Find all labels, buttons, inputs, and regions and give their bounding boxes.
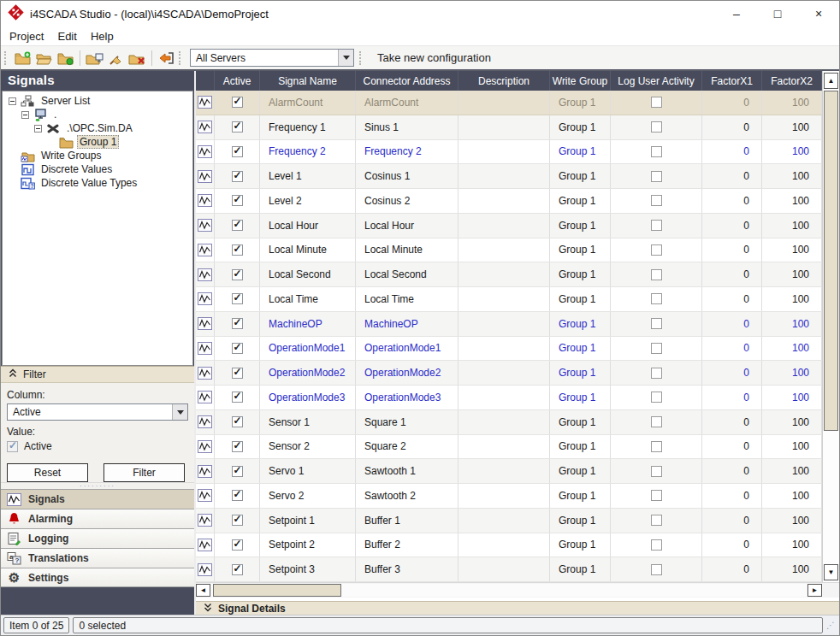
active-checkbox[interactable] bbox=[232, 318, 243, 329]
filter-active-checkbox[interactable] bbox=[7, 441, 18, 452]
table-row[interactable]: Level 1Cosinus 1Group 10100 bbox=[196, 164, 822, 189]
panel-splitter-handle[interactable]: ········· bbox=[1, 482, 194, 489]
active-checkbox[interactable] bbox=[232, 416, 243, 427]
log-user-activity-checkbox[interactable] bbox=[651, 515, 662, 526]
nav-item-logging[interactable]: Logging bbox=[1, 528, 194, 548]
tree-node-write-groups[interactable]: Write Groups bbox=[6, 149, 192, 162]
log-user-activity-checkbox[interactable] bbox=[651, 269, 662, 280]
reset-button[interactable]: Reset bbox=[7, 463, 88, 482]
clean-button[interactable] bbox=[105, 48, 127, 68]
tree-node-label[interactable]: Write Groups bbox=[38, 149, 104, 162]
filter-column-combobox[interactable]: Active bbox=[7, 403, 188, 421]
filter-button[interactable]: Filter bbox=[104, 463, 185, 482]
log-user-activity-checkbox[interactable] bbox=[651, 392, 662, 403]
log-user-activity-checkbox[interactable] bbox=[651, 171, 662, 182]
active-checkbox[interactable] bbox=[232, 343, 243, 354]
menu-item-project[interactable]: Project bbox=[3, 28, 50, 44]
tree-node-label[interactable]: . bbox=[51, 108, 59, 121]
log-user-activity-checkbox[interactable] bbox=[651, 441, 662, 452]
table-row[interactable]: Local HourLocal HourGroup 10100 bbox=[196, 214, 822, 238]
nav-item-translations[interactable]: a?Translations bbox=[1, 548, 194, 568]
column-header-write-group[interactable]: Write Group bbox=[550, 71, 611, 91]
tree-expander[interactable] bbox=[34, 125, 42, 132]
log-user-activity-checkbox[interactable] bbox=[651, 368, 662, 379]
filter-column-dropdown-button[interactable] bbox=[172, 404, 187, 420]
log-user-activity-checkbox[interactable] bbox=[651, 195, 662, 206]
scroll-up-button[interactable]: ▲ bbox=[824, 73, 838, 89]
toolbar-grip[interactable] bbox=[359, 51, 364, 65]
horizontal-scrollbar[interactable]: ◄ ► bbox=[196, 582, 839, 598]
tree-expander[interactable] bbox=[21, 111, 29, 119]
remove-button[interactable] bbox=[127, 48, 148, 68]
column-header-log-user-activity[interactable]: Log User Activity bbox=[611, 71, 702, 91]
scroll-down-button[interactable]: ▼ bbox=[824, 564, 838, 580]
table-row[interactable]: OperationMode1OperationMode1Group 10100 bbox=[196, 337, 822, 362]
tree-node-discrete-value-types[interactable]: ?Discrete Value Types bbox=[6, 176, 192, 190]
tree-node-group-1[interactable]: Group 1 bbox=[6, 135, 192, 149]
active-checkbox[interactable] bbox=[232, 146, 243, 157]
table-row[interactable]: OperationMode3OperationMode3Group 10100 bbox=[196, 386, 822, 410]
table-row[interactable]: Sensor 2Square 2Group 10100 bbox=[196, 435, 822, 460]
active-checkbox[interactable] bbox=[232, 490, 243, 501]
log-user-activity-checkbox[interactable] bbox=[651, 318, 662, 329]
close-button[interactable]: × bbox=[798, 1, 839, 26]
tree-node-label[interactable]: Discrete Values bbox=[38, 162, 115, 176]
tree-node-label[interactable]: Group 1 bbox=[77, 135, 119, 149]
log-user-activity-checkbox[interactable] bbox=[651, 539, 662, 551]
server-selector-dropdown-button[interactable] bbox=[338, 50, 353, 66]
table-row[interactable]: Servo 2Sawtooth 2Group 10100 bbox=[196, 484, 822, 509]
new-project-button[interactable] bbox=[12, 48, 33, 68]
active-checkbox[interactable] bbox=[232, 195, 243, 206]
log-user-activity-checkbox[interactable] bbox=[651, 121, 662, 132]
active-checkbox[interactable] bbox=[232, 441, 243, 452]
table-row[interactable]: Local TimeLocal TimeGroup 10100 bbox=[196, 287, 822, 312]
log-user-activity-checkbox[interactable] bbox=[651, 293, 662, 304]
column-header-connector-address[interactable]: Connector Address bbox=[356, 71, 458, 91]
table-row[interactable]: Setpoint 2Buffer 2Group 10100 bbox=[196, 533, 822, 558]
log-user-activity-checkbox[interactable] bbox=[651, 220, 662, 231]
vertical-scrollbar-thumb[interactable] bbox=[824, 91, 838, 431]
horizontal-scrollbar-track[interactable] bbox=[211, 584, 807, 597]
log-user-activity-checkbox[interactable] bbox=[651, 343, 662, 354]
active-checkbox[interactable] bbox=[232, 515, 243, 526]
active-checkbox[interactable] bbox=[232, 171, 243, 182]
active-checkbox[interactable] bbox=[232, 539, 243, 551]
table-row[interactable]: Level 2Cosinus 2Group 10100 bbox=[196, 189, 822, 214]
table-row[interactable]: MachineOPMachineOPGroup 10100 bbox=[196, 312, 822, 337]
active-checkbox[interactable] bbox=[232, 244, 243, 256]
column-header-factorx1[interactable]: FactorX1 bbox=[702, 71, 762, 91]
menu-item-help[interactable]: Help bbox=[84, 28, 121, 44]
scroll-right-button[interactable]: ► bbox=[807, 584, 822, 597]
active-checkbox[interactable] bbox=[232, 121, 243, 132]
log-user-activity-checkbox[interactable] bbox=[651, 97, 662, 108]
minimize-button[interactable]: – bbox=[716, 1, 757, 26]
log-user-activity-checkbox[interactable] bbox=[651, 564, 662, 575]
table-row[interactable]: Setpoint 3Buffer 3Group 10100 bbox=[196, 557, 822, 582]
active-checkbox[interactable] bbox=[232, 392, 243, 403]
table-row[interactable]: OperationMode2OperationMode2Group 10100 bbox=[196, 361, 822, 386]
menu-item-edit[interactable]: Edit bbox=[50, 28, 83, 44]
exit-button[interactable] bbox=[156, 48, 177, 68]
tree-node--[interactable]: . bbox=[6, 108, 192, 121]
vertical-scrollbar[interactable]: ▲ ▼ bbox=[822, 71, 839, 582]
active-checkbox[interactable] bbox=[232, 293, 243, 304]
server-selector-combobox[interactable]: All Servers bbox=[190, 49, 354, 67]
active-checkbox[interactable] bbox=[232, 368, 243, 379]
take-new-configuration-button[interactable]: Take new configuration bbox=[367, 51, 501, 64]
table-row[interactable]: Setpoint 1Buffer 1Group 10100 bbox=[196, 509, 822, 533]
activate-project-button[interactable] bbox=[55, 48, 76, 68]
table-row[interactable]: Sensor 1Square 1Group 10100 bbox=[196, 410, 822, 435]
log-user-activity-checkbox[interactable] bbox=[651, 416, 662, 427]
tree-node-server-list[interactable]: Server List bbox=[6, 94, 192, 108]
toolbar-grip[interactable] bbox=[4, 51, 9, 65]
deploy-button[interactable] bbox=[84, 48, 105, 68]
nav-item-signals[interactable]: Signals bbox=[1, 489, 194, 509]
log-user-activity-checkbox[interactable] bbox=[651, 146, 662, 157]
active-checkbox[interactable] bbox=[232, 466, 243, 477]
log-user-activity-checkbox[interactable] bbox=[651, 490, 662, 501]
tree-node-label[interactable]: Server List bbox=[38, 94, 92, 108]
filter-section-header[interactable]: Filter bbox=[1, 366, 194, 383]
table-row[interactable]: Local MinuteLocal MinuteGroup 10100 bbox=[196, 238, 822, 263]
tree-node-discrete-values[interactable]: Discrete Values bbox=[6, 162, 192, 176]
scroll-left-button[interactable]: ◄ bbox=[196, 584, 210, 597]
